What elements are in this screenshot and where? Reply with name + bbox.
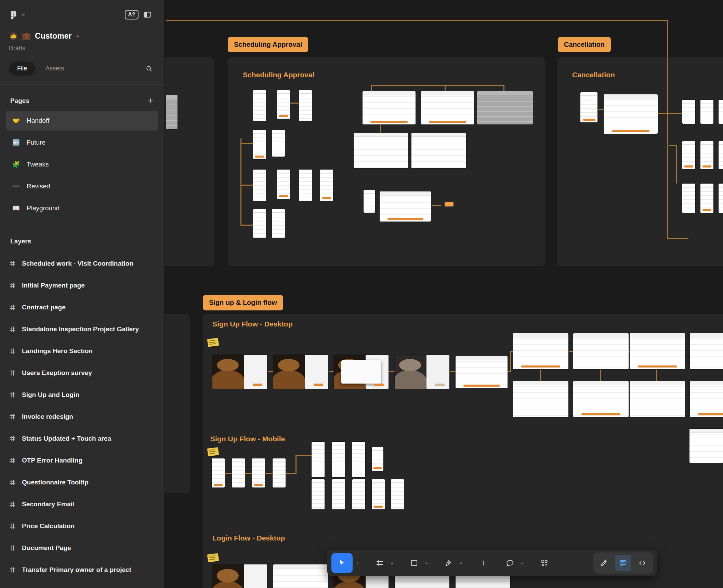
layer-item-otp-error-handling[interactable]: OTP Error Handling <box>9 450 155 471</box>
move-tool-chevron[interactable] <box>354 561 360 565</box>
screen-thumbnail[interactable] <box>573 333 629 369</box>
screen-thumbnail[interactable] <box>252 458 265 487</box>
screen-thumbnail[interactable] <box>212 564 267 588</box>
layer-item-initial-payment-page[interactable]: Initial Payment page <box>9 275 155 296</box>
screen-thumbnail[interactable] <box>719 141 723 169</box>
screen-thumbnail[interactable] <box>363 91 416 124</box>
layer-item-questionnaire-tooltip[interactable]: Questionnaire Tooltip <box>9 471 155 493</box>
screen-thumbnail[interactable] <box>277 170 290 199</box>
screen-thumbnail[interactable] <box>477 91 533 124</box>
screen-thumbnail[interactable] <box>682 141 695 169</box>
sidebar-page-handoff[interactable]: 🤝Handoff <box>6 111 158 131</box>
screen-thumbnail[interactable] <box>253 209 266 238</box>
sticky-note[interactable] <box>207 447 219 456</box>
screen-thumbnail[interactable] <box>411 133 466 168</box>
annotate-tool-button[interactable] <box>615 555 631 571</box>
comment-tool-chevron[interactable] <box>519 561 525 565</box>
shape-tool-chevron[interactable] <box>423 561 430 565</box>
layer-item-standalone-inspection-project-gallery[interactable]: Standalone Inspection Project Gallery <box>9 318 155 340</box>
screen-thumbnail[interactable] <box>372 479 385 509</box>
screen-thumbnail[interactable] <box>630 381 685 417</box>
screen-thumbnail[interactable] <box>253 170 266 201</box>
layer-item-landings-hero-section[interactable]: Landings Hero Section <box>9 340 155 362</box>
screen-thumbnail[interactable] <box>299 170 312 201</box>
screen-thumbnail[interactable] <box>380 191 431 222</box>
screen-thumbnail[interactable] <box>580 92 597 122</box>
screen-thumbnail[interactable] <box>395 355 449 389</box>
frame-tool-button[interactable] <box>372 556 387 571</box>
project-location[interactable]: Drafts <box>0 45 164 52</box>
add-page-button[interactable] <box>147 97 154 104</box>
screen-thumbnail[interactable] <box>700 141 713 169</box>
screen-thumbnail[interactable] <box>719 184 723 213</box>
screen-thumbnail[interactable] <box>352 479 365 509</box>
sidebar-page-playground[interactable]: 📖Playground <box>6 198 158 218</box>
screen-thumbnail[interactable] <box>312 442 325 477</box>
code-tool-button[interactable] <box>634 555 650 571</box>
screen-thumbnail[interactable] <box>312 479 325 509</box>
screen-thumbnail[interactable] <box>320 170 333 201</box>
shape-tool-button[interactable] <box>407 556 422 571</box>
pen-tool-chevron[interactable] <box>458 561 464 565</box>
screen-thumbnail[interactable] <box>700 184 713 213</box>
screen-thumbnail[interactable] <box>630 333 685 369</box>
screen-thumbnail[interactable] <box>273 564 328 588</box>
section-label-scheduling-approval[interactable]: Scheduling Approval <box>228 37 308 52</box>
frame-tool-chevron[interactable] <box>389 561 395 565</box>
pen-tool-button[interactable] <box>441 556 456 571</box>
screen-thumbnail[interactable] <box>421 91 474 124</box>
toggle-panel-button[interactable] <box>140 7 155 23</box>
screen-thumbnail[interactable] <box>690 333 723 369</box>
screen-thumbnail[interactable] <box>354 133 408 168</box>
search-icon[interactable] <box>143 63 155 75</box>
screen-thumbnail[interactable] <box>682 100 695 124</box>
screen-thumbnail[interactable] <box>277 90 290 119</box>
sticky-note[interactable] <box>207 553 219 562</box>
screen-thumbnail[interactable] <box>513 381 568 417</box>
layer-item-secondary-email[interactable]: Secondary Email <box>9 493 155 515</box>
screen-thumbnail[interactable] <box>604 94 658 134</box>
screen-thumbnail[interactable] <box>372 447 383 471</box>
screen-thumbnail[interactable] <box>273 355 328 389</box>
screen-thumbnail[interactable] <box>212 355 267 389</box>
screen-thumbnail[interactable] <box>682 184 695 213</box>
screen-thumbnail[interactable] <box>334 355 389 389</box>
screen-thumbnail[interactable] <box>212 458 225 487</box>
screen-thumbnail[interactable] <box>332 442 345 477</box>
draw-tool-button[interactable] <box>596 555 612 571</box>
screen-thumbnail[interactable] <box>513 333 568 369</box>
screen-thumbnail[interactable] <box>573 381 629 417</box>
tab-file[interactable]: File <box>9 62 35 76</box>
layer-item-contract-page[interactable]: Contract page <box>9 296 155 318</box>
screen-thumbnail[interactable] <box>253 90 266 121</box>
layer-item-scheduled-work-visit-coordination[interactable]: Scheduled work - Visit Coordination <box>9 253 155 275</box>
layer-item-invoice-redesign[interactable]: Invoice redesign <box>9 406 155 428</box>
mini-label[interactable] <box>445 202 453 206</box>
layer-item-sign-up-and-login[interactable]: Sign Up and Login <box>9 384 155 406</box>
layer-item-document-page[interactable]: Document Page <box>9 537 155 559</box>
tab-assets[interactable]: Assets <box>45 65 64 72</box>
screen-thumbnail[interactable] <box>700 100 713 124</box>
frame-cancellation[interactable] <box>557 57 723 266</box>
screen-thumbnail[interactable] <box>456 356 508 388</box>
screen-thumbnail[interactable] <box>391 479 404 509</box>
layer-item-price-calculation[interactable]: Price Calculation <box>9 515 155 537</box>
screen-thumbnail[interactable] <box>273 458 286 487</box>
move-tool-button[interactable] <box>331 553 353 573</box>
layer-item-transfer-primary-owner-of-a-project[interactable]: Transfer Primary owner of a project <box>9 559 155 581</box>
screen-thumbnail[interactable] <box>352 442 365 477</box>
layer-item-users-exeption-survey[interactable]: Users Exeption survey <box>9 362 155 384</box>
screen-thumbnail[interactable] <box>299 90 312 121</box>
sticky-note[interactable] <box>207 338 219 347</box>
text-tool-button[interactable] <box>476 556 491 571</box>
missing-fonts-button[interactable]: A? <box>124 7 140 23</box>
screen-thumbnail[interactable] <box>690 381 723 417</box>
screen-thumbnail[interactable] <box>719 100 723 124</box>
section-label-signup-login-flow[interactable]: Sign up & Login flow <box>203 295 283 310</box>
sidebar-page-tweaks[interactable]: 🧩Tweaks <box>6 155 158 174</box>
screen-thumbnail[interactable] <box>272 209 285 238</box>
screen-thumbnail[interactable] <box>166 95 178 129</box>
screen-thumbnail[interactable] <box>272 130 285 157</box>
main-menu-button[interactable] <box>9 10 25 19</box>
comment-tool-button[interactable] <box>502 556 517 571</box>
